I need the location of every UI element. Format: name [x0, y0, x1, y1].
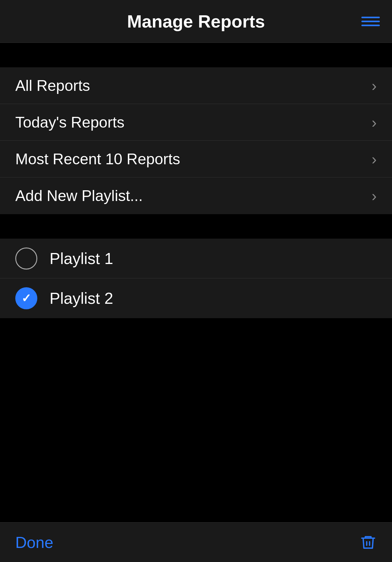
menu-item-label-add-playlist: Add New Playlist...: [15, 187, 143, 205]
menu-icon[interactable]: [361, 17, 380, 26]
menu-line-1: [361, 17, 380, 18]
playlist-2-label: Playlist 2: [50, 289, 113, 307]
chevron-icon-all-reports: ›: [372, 77, 377, 95]
footer: Done: [0, 522, 392, 562]
playlist-1-label: Playlist 1: [50, 249, 113, 268]
delete-icon[interactable]: [360, 533, 377, 552]
menu-item-label-all-reports: All Reports: [15, 77, 90, 95]
app-header: Manage Reports: [0, 0, 392, 43]
bottom-spacer: [0, 318, 392, 522]
menu-group: All Reports › Today's Reports › Most Rec…: [0, 67, 392, 214]
menu-item-label-most-recent: Most Recent 10 Reports: [15, 150, 180, 168]
chevron-icon-add-playlist: ›: [372, 187, 377, 205]
chevron-icon-todays-reports: ›: [372, 114, 377, 131]
playlist-group: ✓ Playlist 1 ✓ Playlist 2: [0, 239, 392, 318]
middle-spacer: [0, 214, 392, 239]
playlist-2-checkmark: ✓: [21, 292, 31, 305]
menu-item-most-recent[interactable]: Most Recent 10 Reports ›: [0, 141, 392, 177]
playlist-1-radio[interactable]: ✓: [15, 248, 37, 270]
menu-item-todays-reports[interactable]: Today's Reports ›: [0, 104, 392, 141]
menu-item-label-todays-reports: Today's Reports: [15, 114, 124, 131]
page-title: Manage Reports: [127, 11, 265, 32]
playlist-2-radio[interactable]: ✓: [15, 287, 37, 309]
playlist-item-1[interactable]: ✓ Playlist 1: [0, 239, 392, 278]
done-button[interactable]: Done: [15, 533, 53, 552]
playlist-item-2[interactable]: ✓ Playlist 2: [0, 278, 392, 318]
menu-item-all-reports[interactable]: All Reports ›: [0, 67, 392, 104]
chevron-icon-most-recent: ›: [372, 150, 377, 168]
menu-item-add-playlist[interactable]: Add New Playlist... ›: [0, 177, 392, 214]
menu-line-3: [361, 24, 380, 26]
menu-line-2: [361, 20, 380, 22]
top-spacer: [0, 43, 392, 67]
